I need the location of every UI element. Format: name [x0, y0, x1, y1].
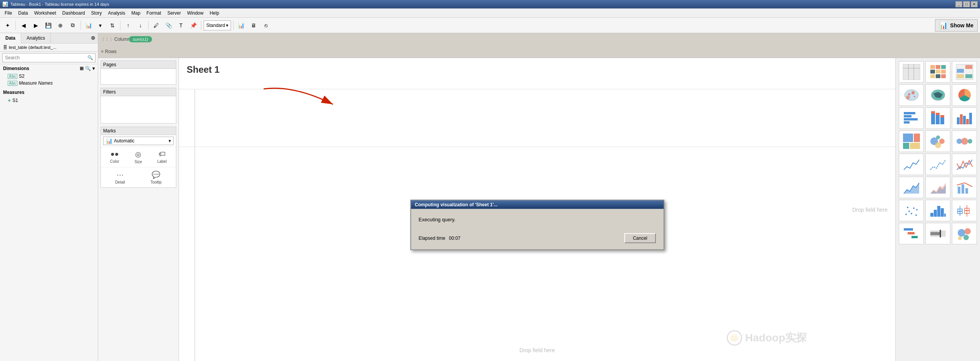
- menu-map[interactable]: Map: [128, 8, 143, 17]
- swap-group: ⇅: [107, 20, 118, 31]
- svg-rect-67: [937, 206, 940, 217]
- show-me-area-discrete[interactable]: [925, 177, 950, 198]
- menu-file[interactable]: File: [2, 8, 15, 17]
- show-me-circle-view[interactable]: [925, 130, 950, 152]
- pages-content: [101, 69, 176, 84]
- show-me-text-table[interactable]: [899, 61, 924, 83]
- menu-server[interactable]: Server: [164, 8, 184, 17]
- show-me-highlight-table[interactable]: [952, 61, 977, 83]
- data-source-item[interactable]: 🗄 test_table (default.test_...: [0, 43, 98, 52]
- chart-divider-h1: [179, 89, 895, 89]
- swap-button[interactable]: ⇅: [107, 20, 118, 31]
- show-me-symbol-map[interactable]: [899, 84, 924, 106]
- show-me-dual-line[interactable]: [952, 154, 977, 175]
- dimensions-label: Dimensions: [3, 66, 29, 71]
- save-button[interactable]: 💾: [43, 20, 54, 31]
- duplicate-button[interactable]: ⧉: [67, 20, 78, 31]
- marks-tooltip-btn[interactable]: 💬 Tooltip: [151, 170, 162, 184]
- share-button[interactable]: ⎋: [261, 20, 271, 31]
- cancel-button[interactable]: Cancel: [624, 233, 656, 243]
- show-me-area-continuous[interactable]: [899, 177, 924, 198]
- show-me-line-continuous[interactable]: [899, 154, 924, 175]
- marks-size-btn[interactable]: ◎ Size: [134, 150, 142, 164]
- chart-dropdown-button[interactable]: ▾: [95, 20, 105, 31]
- dimensions-grid-icon[interactable]: ⊞: [80, 66, 84, 71]
- marks-card: Marks 📊 Automatic ▾ ●● Color: [100, 127, 176, 188]
- left-panel: Data Analytics ⊕ 🗄 test_table (default.t…: [0, 33, 98, 361]
- filters-content: [101, 96, 176, 123]
- marks-type-dropdown[interactable]: 📊 Automatic ▾: [103, 137, 174, 145]
- show-me-treemap[interactable]: [899, 130, 924, 152]
- forward-button[interactable]: ▶: [30, 20, 41, 31]
- show-me-heatmap[interactable]: [925, 61, 950, 83]
- svg-rect-78: [911, 236, 918, 238]
- home-button[interactable]: ✦: [2, 20, 13, 31]
- svg-rect-10: [941, 70, 946, 74]
- field-abc-badge-2: Abc: [8, 81, 17, 86]
- sort-desc-button[interactable]: ↓: [135, 20, 146, 31]
- dimensions-sort-icon[interactable]: ▾: [92, 66, 95, 71]
- maximize-button[interactable]: □: [963, 1, 970, 7]
- show-me-sidebyside-bars[interactable]: [952, 107, 977, 129]
- show-me-sidebyside-circles[interactable]: [952, 130, 977, 152]
- marks-label-btn[interactable]: 🏷 Label: [157, 150, 167, 164]
- tooltip-button[interactable]: 📎: [163, 20, 174, 31]
- svg-rect-35: [940, 115, 944, 117]
- sort-asc-button[interactable]: ↑: [123, 20, 134, 31]
- menu-analysis[interactable]: Analysis: [105, 8, 129, 17]
- field-s2[interactable]: Abc S2: [0, 73, 98, 80]
- annotation-button[interactable]: T: [176, 20, 186, 31]
- tab-data[interactable]: Data: [0, 33, 21, 43]
- back-button[interactable]: ◀: [18, 20, 29, 31]
- menu-worksheet[interactable]: Worksheet: [31, 8, 59, 17]
- show-me-gantt[interactable]: [899, 223, 924, 244]
- svg-point-60: [911, 213, 912, 214]
- show-me-histogram[interactable]: [925, 200, 950, 221]
- measures-header: Measures: [0, 88, 98, 97]
- dimensions-search-icon[interactable]: 🔍: [85, 66, 91, 71]
- menu-window[interactable]: Window: [184, 8, 207, 17]
- show-me-scatter-plot[interactable]: [899, 200, 924, 221]
- panel-options-icon[interactable]: ⊕: [89, 33, 98, 43]
- field-s1[interactable]: + S1: [0, 97, 98, 104]
- search-input[interactable]: [2, 53, 95, 62]
- svg-rect-34: [940, 117, 944, 124]
- svg-rect-16: [965, 65, 972, 69]
- show-me-pie-chart[interactable]: [952, 84, 977, 106]
- menu-data[interactable]: Data: [15, 8, 31, 17]
- arrow-annotation: [256, 81, 352, 121]
- menu-dashboard[interactable]: Dashboard: [59, 8, 88, 17]
- marks-detail-btn[interactable]: ⋯ Detail: [115, 170, 125, 184]
- show-me-filled-map[interactable]: [925, 84, 950, 106]
- presentation-button[interactable]: 🖥: [248, 20, 259, 31]
- menu-help[interactable]: Help: [207, 8, 222, 17]
- show-me-dual-combination[interactable]: [952, 177, 977, 198]
- chart-view-button[interactable]: 📊: [236, 20, 247, 31]
- field-s2-name: S2: [19, 74, 25, 79]
- new-datasource-button[interactable]: ⊕: [55, 20, 66, 31]
- highlight-button[interactable]: 🖊: [151, 20, 162, 31]
- bar-chart-button[interactable]: 📊: [83, 20, 94, 31]
- pin-button[interactable]: 📌: [188, 20, 199, 31]
- measures-label: Measures: [3, 90, 24, 95]
- tab-analytics[interactable]: Analytics: [21, 33, 51, 43]
- columns-pill[interactable]: sum(s1): [129, 36, 152, 42]
- show-me-button[interactable]: 📊 Show Me: [935, 19, 978, 32]
- show-me-bullet[interactable]: [925, 223, 950, 244]
- show-me-packed-bubbles[interactable]: [952, 223, 977, 244]
- show-me-box-whisker[interactable]: [952, 200, 977, 221]
- marks-color-btn[interactable]: ●● Color: [110, 150, 119, 164]
- menu-story[interactable]: Story: [88, 8, 105, 17]
- close-button[interactable]: ✕: [971, 1, 978, 7]
- svg-rect-66: [934, 210, 937, 217]
- show-me-stacked-bars[interactable]: [925, 107, 950, 129]
- show-me-horiz-bars[interactable]: [899, 107, 924, 129]
- chart-divider-h2: [179, 147, 895, 147]
- svg-rect-38: [963, 116, 966, 124]
- menu-format[interactable]: Format: [144, 8, 164, 17]
- standard-dropdown[interactable]: Standard ▾: [204, 20, 231, 30]
- show-me-line-discrete[interactable]: [925, 154, 950, 175]
- toolbar-sep-4: [148, 21, 149, 30]
- minimize-button[interactable]: _: [955, 1, 962, 7]
- field-measure-names[interactable]: Abc Measure Names: [0, 80, 98, 87]
